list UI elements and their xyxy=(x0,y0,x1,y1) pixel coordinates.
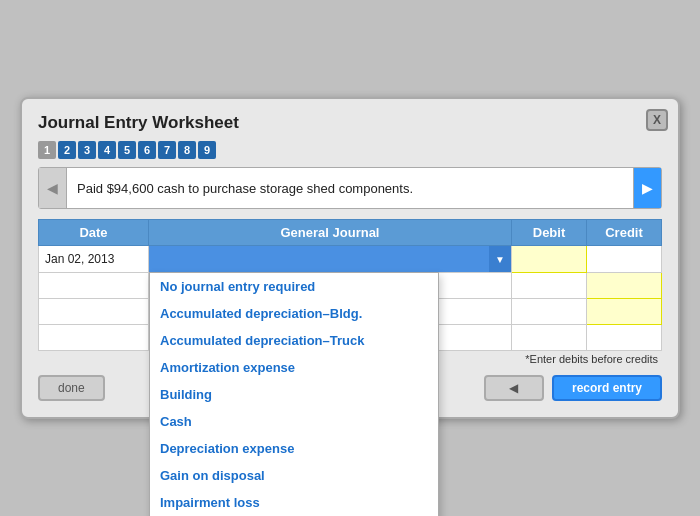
step-3[interactable]: 3 xyxy=(78,141,96,159)
debit-input-1[interactable] xyxy=(512,246,587,273)
step-4[interactable]: 4 xyxy=(98,141,116,159)
journal-table-container: Date General Journal Debit Credit xyxy=(38,219,662,365)
next-icon: ▶ xyxy=(642,180,653,196)
credit-input-3[interactable] xyxy=(587,299,662,325)
date-cell-2 xyxy=(39,273,149,299)
journal-table: Date General Journal Debit Credit xyxy=(38,219,662,351)
credit-input-2[interactable] xyxy=(587,273,662,299)
dropdown-menu: No journal entry required Accumulated de… xyxy=(149,272,439,516)
header-debit: Debit xyxy=(512,220,587,246)
debit-cell-2 xyxy=(512,273,587,299)
dropdown-trigger[interactable]: ▼ xyxy=(149,246,511,272)
next-arrow[interactable]: ▶ xyxy=(633,168,661,208)
close-button[interactable]: X xyxy=(646,109,668,131)
step-7[interactable]: 7 xyxy=(158,141,176,159)
prev-icon: ◀ xyxy=(47,180,58,196)
description-text: Paid $94,600 cash to purchase storage sh… xyxy=(67,173,633,204)
journal-entry-dialog: X Journal Entry Worksheet 1 2 3 4 5 6 7 … xyxy=(20,97,680,419)
step-indicators: 1 2 3 4 5 6 7 8 9 xyxy=(38,141,662,159)
done-button[interactable]: done xyxy=(38,375,105,401)
header-general-journal: General Journal xyxy=(149,220,512,246)
dropdown-cell[interactable]: ▼ No journal entry required Accumulated … xyxy=(149,246,512,273)
dropdown-item-impairment[interactable]: Impairment loss xyxy=(150,489,438,516)
header-date: Date xyxy=(39,220,149,246)
step-6[interactable]: 6 xyxy=(138,141,156,159)
dropdown-arrow-icon[interactable]: ▼ xyxy=(489,246,511,272)
debit-cell-4 xyxy=(512,325,587,351)
step-2[interactable]: 2 xyxy=(58,141,76,159)
step-5[interactable]: 5 xyxy=(118,141,136,159)
dropdown-item-cash[interactable]: Cash xyxy=(150,408,438,435)
description-box: ◀ Paid $94,600 cash to purchase storage … xyxy=(38,167,662,209)
dialog-title: Journal Entry Worksheet xyxy=(38,113,662,133)
step-9[interactable]: 9 xyxy=(198,141,216,159)
credit-cell-1 xyxy=(587,246,662,273)
debit-cell-3 xyxy=(512,299,587,325)
dropdown-item-amortization[interactable]: Amortization expense xyxy=(150,354,438,381)
dropdown-item-accum-bldg[interactable]: Accumulated depreciation–Bldg. xyxy=(150,300,438,327)
dropdown-item-accum-truck[interactable]: Accumulated depreciation–Truck xyxy=(150,327,438,354)
header-credit: Credit xyxy=(587,220,662,246)
table-row: Jan 02, 2013 ▼ No journal entry required… xyxy=(39,246,662,273)
date-cell-4 xyxy=(39,325,149,351)
step-1[interactable]: 1 xyxy=(38,141,56,159)
date-cell: Jan 02, 2013 xyxy=(39,246,149,273)
credit-cell-4 xyxy=(587,325,662,351)
dropdown-item-depreciation[interactable]: Depreciation expense xyxy=(150,435,438,462)
prev-entry-button[interactable]: ◀ xyxy=(484,375,544,401)
step-8[interactable]: 8 xyxy=(178,141,196,159)
dropdown-item-no-journal[interactable]: No journal entry required xyxy=(150,273,438,300)
dropdown-item-building[interactable]: Building xyxy=(150,381,438,408)
record-entry-button[interactable]: record entry xyxy=(552,375,662,401)
dropdown-item-gain[interactable]: Gain on disposal xyxy=(150,462,438,489)
prev-arrow[interactable]: ◀ xyxy=(39,168,67,208)
date-cell-3 xyxy=(39,299,149,325)
